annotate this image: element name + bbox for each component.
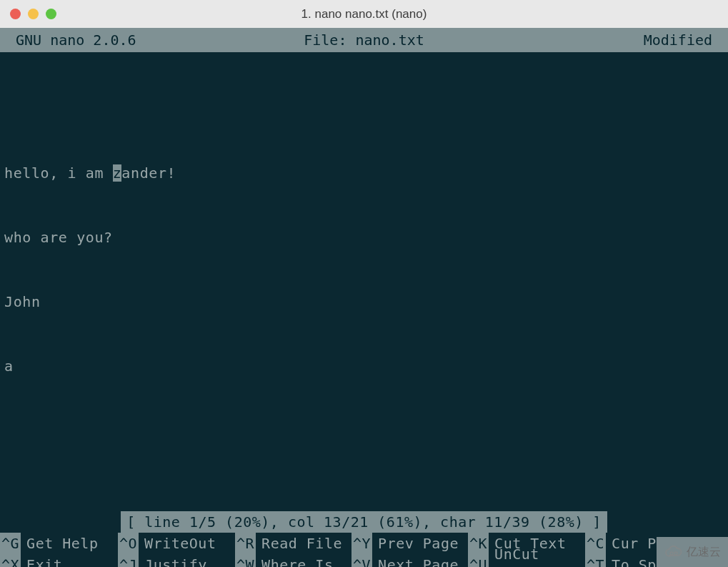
- nano-modified-status: Modified: [644, 29, 712, 51]
- status-line: [ line 1/5 (20%), col 13/21 (61%), char …: [121, 511, 607, 533]
- shortcut-label: To Sp: [606, 554, 661, 567]
- editor-text: ander!: [121, 164, 176, 182]
- shortcut-label: Get Help: [21, 533, 102, 554]
- editor-line[interactable]: hello, i am zander!: [4, 162, 724, 184]
- shortcut-key: ^J: [118, 554, 139, 567]
- editor-line[interactable]: John: [4, 291, 724, 312]
- svg-point-0: [670, 552, 673, 555]
- shortcut-exit[interactable]: ^XExit: [0, 554, 118, 567]
- shortcut-writeout[interactable]: ^OWriteOut: [118, 533, 235, 554]
- shortcut-key: ^U: [468, 554, 489, 567]
- editor-text: a: [4, 358, 14, 375]
- window-title: 1. nano nano.txt (nano): [0, 7, 728, 21]
- shortcut-key: ^O: [118, 533, 139, 554]
- shortcut-get-help[interactable]: ^GGet Help: [0, 533, 118, 554]
- editor-line[interactable]: who are you?: [4, 227, 724, 248]
- shortcut-label: Next Page: [372, 554, 463, 567]
- shortcut-key: ^V: [351, 554, 372, 567]
- close-icon[interactable]: [10, 9, 21, 19]
- shortcut-label: UnCut Text: [489, 543, 585, 567]
- svg-point-1: [674, 552, 677, 555]
- shortcut-label: Prev Page: [372, 533, 463, 554]
- watermark-text: 亿速云: [687, 545, 721, 560]
- shortcut-label: Read File: [256, 533, 346, 554]
- shortcut-key: ^W: [235, 554, 256, 567]
- editor-text: hello, i am: [4, 164, 113, 182]
- shortcut-justify[interactable]: ^JJustify: [118, 554, 235, 567]
- editor-area[interactable]: hello, i am zander! who are you? John a: [0, 52, 728, 420]
- shortcut-key: ^C: [585, 533, 606, 554]
- cloud-icon: [664, 546, 683, 558]
- traffic-lights: [0, 9, 56, 19]
- cursor: z: [113, 164, 122, 182]
- shortcut-bar: ^GGet Help ^OWriteOut ^RRead File ^YPrev…: [0, 533, 728, 567]
- shortcut-key: ^K: [468, 533, 489, 554]
- zoom-icon[interactable]: [46, 9, 56, 19]
- shortcut-key: ^X: [0, 554, 21, 567]
- shortcut-label: WriteOut: [139, 533, 220, 554]
- shortcut-key: ^Y: [351, 533, 372, 554]
- shortcut-uncut-text[interactable]: ^UUnCut Text: [468, 554, 585, 567]
- editor-line[interactable]: [4, 98, 724, 119]
- nano-version: GNU nano 2.0.6: [16, 29, 136, 51]
- shortcut-label: Exit: [21, 554, 66, 567]
- nano-header: GNU nano 2.0.6 File: nano.txt Modified: [0, 28, 728, 52]
- shortcut-label: Where Is: [256, 554, 337, 567]
- nano-filename: File: nano.txt: [304, 29, 424, 51]
- shortcut-row: ^GGet Help ^OWriteOut ^RRead File ^YPrev…: [0, 533, 728, 554]
- shortcut-label: Cur P: [606, 533, 661, 554]
- shortcut-key: ^G: [0, 533, 21, 554]
- shortcut-key: ^T: [585, 554, 606, 567]
- status-line-container: [ line 1/5 (20%), col 13/21 (61%), char …: [0, 511, 728, 533]
- terminal[interactable]: GNU nano 2.0.6 File: nano.txt Modified h…: [0, 28, 728, 567]
- shortcut-read-file[interactable]: ^RRead File: [235, 533, 351, 554]
- window-titlebar: 1. nano nano.txt (nano): [0, 0, 728, 28]
- watermark: 亿速云: [657, 537, 728, 567]
- editor-line[interactable]: a: [4, 355, 724, 377]
- editor-text: who are you?: [4, 229, 113, 246]
- shortcut-key: ^R: [235, 533, 256, 554]
- shortcut-prev-page[interactable]: ^YPrev Page: [351, 533, 468, 554]
- shortcut-where-is[interactable]: ^WWhere Is: [235, 554, 351, 567]
- shortcut-next-page[interactable]: ^VNext Page: [351, 554, 468, 567]
- minimize-icon[interactable]: [28, 9, 39, 19]
- editor-text: John: [4, 293, 41, 310]
- shortcut-label: Justify: [139, 554, 211, 567]
- shortcut-row: ^XExit ^JJustify ^WWhere Is ^VNext Page …: [0, 554, 728, 567]
